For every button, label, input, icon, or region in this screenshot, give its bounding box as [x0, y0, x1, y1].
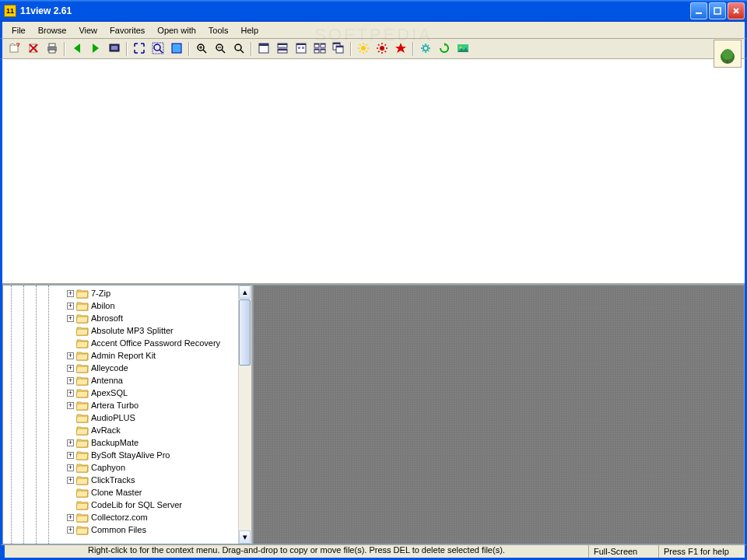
- zoom-fit-button[interactable]: [149, 40, 167, 58]
- cascade-button[interactable]: [329, 40, 347, 58]
- open-file-button[interactable]: [5, 40, 23, 58]
- expand-icon[interactable]: +: [67, 390, 74, 397]
- folder-icon: [76, 376, 89, 386]
- tree-item[interactable]: +Abilon: [64, 299, 238, 312]
- menu-favorites[interactable]: Favorites: [103, 23, 151, 37]
- tree-scrollbar[interactable]: ▴ ▾: [238, 285, 251, 544]
- tree-item[interactable]: +Artera Turbo: [64, 399, 238, 411]
- tree-item[interactable]: +Collectorz.com: [64, 511, 238, 523]
- tree-item[interactable]: +Admin Report Kit: [64, 349, 238, 362]
- forward-icon: [89, 42, 102, 56]
- thumbnail-pane[interactable]: [253, 285, 745, 544]
- image-viewer-pane[interactable]: [2, 59, 745, 285]
- zoom-fit-icon: [152, 42, 164, 56]
- expand-icon[interactable]: +: [67, 290, 74, 297]
- expand-icon[interactable]: +: [67, 464, 74, 471]
- slideshow-button[interactable]: [105, 40, 123, 58]
- tree-item-label: Antenna: [91, 376, 123, 385]
- tree-item[interactable]: Clone Master: [64, 486, 238, 499]
- tree-item[interactable]: +Antenna: [64, 374, 238, 387]
- tree-item[interactable]: +7-Zip: [64, 287, 238, 299]
- svg-rect-22: [296, 44, 306, 45]
- expand-icon[interactable]: +: [67, 514, 74, 521]
- horizontal-split-button[interactable]: [273, 40, 291, 58]
- window-title: 11view 2.61: [20, 5, 690, 16]
- toolbar-separator: [348, 40, 353, 58]
- tree-item[interactable]: AudioPLUS: [64, 411, 238, 424]
- tree-item[interactable]: AvRack: [64, 424, 238, 436]
- tree-item[interactable]: Absolute MP3 Splitter: [64, 324, 238, 337]
- tree-item[interactable]: Accent Office Password Recovery: [64, 337, 238, 349]
- zoom-button[interactable]: [230, 40, 247, 58]
- expand-icon[interactable]: +: [67, 402, 74, 409]
- tree-item[interactable]: +ClickTracks: [64, 474, 238, 486]
- menu-file[interactable]: File: [5, 23, 32, 37]
- fit-icon: [133, 42, 146, 56]
- wallpaper-button[interactable]: [454, 40, 472, 58]
- effects-icon: [395, 42, 407, 56]
- lower-panes: +7-Zip+Abilon+AbrosoftAbsolute MP3 Split…: [2, 285, 745, 544]
- expand-icon[interactable]: +: [67, 439, 74, 446]
- zoom-in-button[interactable]: [192, 40, 210, 58]
- delete-file-button[interactable]: [24, 40, 42, 58]
- tree-item-label: Common Files: [91, 525, 146, 534]
- tree-item-label: Admin Report Kit: [91, 351, 156, 360]
- select-button[interactable]: [167, 40, 185, 58]
- zoom-out-button[interactable]: [211, 40, 229, 58]
- scroll-down-button[interactable]: ▾: [239, 530, 251, 544]
- print-button[interactable]: [43, 40, 61, 58]
- menu-help[interactable]: Help: [235, 23, 265, 37]
- horizontal-split-icon: [276, 42, 289, 56]
- thumbnail-button[interactable]: [292, 40, 310, 58]
- folder-icon: [76, 413, 89, 423]
- zoom-out-icon: [214, 42, 226, 56]
- expand-icon[interactable]: +: [67, 477, 74, 484]
- effects-button[interactable]: [391, 40, 409, 58]
- back-button[interactable]: [68, 40, 86, 58]
- forward-button[interactable]: [86, 40, 104, 58]
- zoom-icon: [233, 42, 245, 56]
- maximize-button[interactable]: [709, 2, 726, 19]
- window-button[interactable]: [254, 40, 272, 58]
- tree-item[interactable]: +Alleycode: [64, 362, 238, 374]
- status-help: Press F1 for help: [659, 545, 745, 558]
- expand-icon[interactable]: +: [67, 365, 74, 372]
- window-buttons: [690, 2, 745, 19]
- expand-icon[interactable]: +: [67, 527, 74, 534]
- menu-browse[interactable]: Browse: [32, 23, 73, 37]
- menu-open-with[interactable]: Open with: [151, 23, 202, 37]
- contrast-button[interactable]: [373, 40, 391, 58]
- tree-item[interactable]: +Common Files: [64, 523, 238, 536]
- tree-item[interactable]: +ApexSQL: [64, 387, 238, 399]
- scroll-up-button[interactable]: ▴: [239, 285, 251, 299]
- tree-item[interactable]: CodeLib for SQL Server: [64, 499, 238, 511]
- tree-item[interactable]: +Caphyon: [64, 461, 238, 474]
- folder-tree[interactable]: +7-Zip+Abilon+AbrosoftAbsolute MP3 Split…: [64, 285, 238, 544]
- tree-item-label: Collectorz.com: [91, 513, 148, 522]
- expand-icon[interactable]: +: [67, 452, 74, 459]
- toolbar-separator: [248, 40, 254, 58]
- scroll-thumb[interactable]: [239, 299, 251, 366]
- expand-icon[interactable]: +: [67, 352, 74, 359]
- tree-item[interactable]: +Abrosoft: [64, 312, 238, 324]
- wallpaper-icon: [457, 42, 469, 56]
- expand-icon[interactable]: +: [67, 377, 74, 384]
- refresh-button[interactable]: [435, 40, 453, 58]
- settings-button[interactable]: [416, 40, 434, 58]
- expand-icon[interactable]: +: [67, 315, 74, 322]
- tiles-button[interactable]: [310, 40, 328, 58]
- menu-view[interactable]: View: [72, 23, 103, 37]
- menu-tools[interactable]: Tools: [202, 23, 235, 37]
- brightness-button[interactable]: [354, 40, 372, 58]
- fit-button[interactable]: [130, 40, 148, 58]
- tree-item[interactable]: +BackupMate: [64, 436, 238, 449]
- close-button[interactable]: [728, 2, 745, 19]
- tree-item-label: Artera Turbo: [91, 401, 139, 410]
- contrast-icon: [376, 42, 388, 56]
- expand-icon[interactable]: +: [67, 303, 74, 310]
- tree-item-label: AudioPLUS: [91, 413, 135, 422]
- minimize-button[interactable]: [690, 2, 707, 19]
- svg-rect-32: [321, 49, 325, 51]
- tree-item[interactable]: +BySoft StayAlive Pro: [64, 449, 238, 461]
- back-icon: [71, 42, 83, 56]
